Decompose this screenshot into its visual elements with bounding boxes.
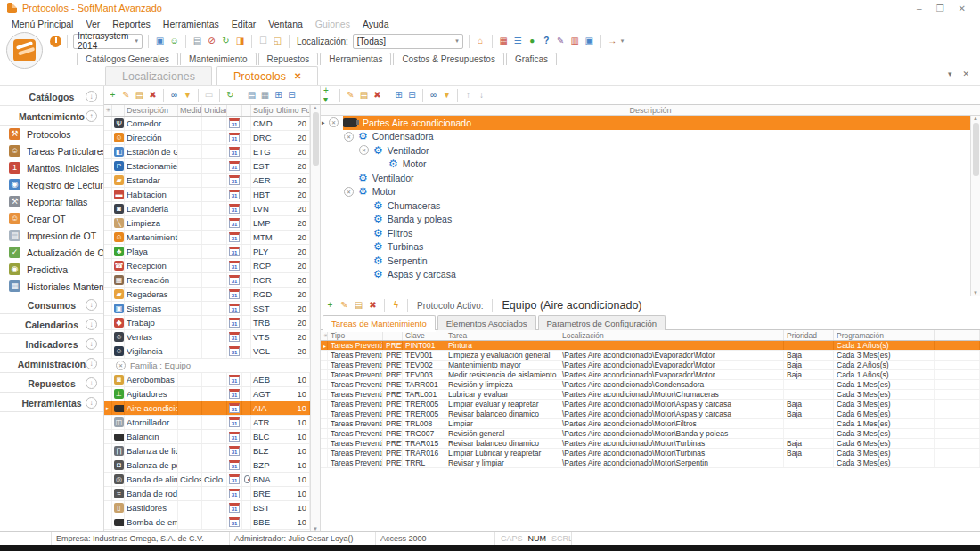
exit-icon[interactable]: → [607,36,618,47]
collapse-group-icon[interactable]: ✕ [116,361,126,370]
world-icon[interactable]: ● [527,36,538,47]
catalog-row[interactable]: ♣Playa31PLY20 [104,245,310,259]
data-icon[interactable]: ▤ [353,300,364,312]
window-icon[interactable]: ▣ [584,36,595,47]
catalog-column-header-ultimo-folio[interactable]: Ultimo Folio [274,105,310,116]
power-icon[interactable] [50,36,61,47]
catalog-row[interactable]: ▰Estandar31AER20 [104,174,310,188]
sidebar-item-protocolos[interactable]: ⚒Protocolos [0,126,103,142]
sidebar-section-repuestos[interactable]: Repuestos↓ [0,375,103,393]
catalog-row[interactable]: Balancin31BLC10 [104,430,310,444]
users-icon[interactable]: ☺ [168,36,180,47]
tree-expander-icon[interactable]: ✕ [359,145,369,155]
catalog-column-header-sufijo[interactable]: Sufijo [251,105,274,116]
catalog-row[interactable]: ☺Mantenimiento31MTM20 [104,231,310,245]
module-icon[interactable]: ◨ [234,36,246,47]
menu-item-ventana[interactable]: Ventana [262,17,309,31]
catalog-row[interactable]: ▣Sistemas31SST20 [104,302,310,316]
collapse-section-icon[interactable]: ↑ [86,110,97,122]
preview-icon[interactable]: ▤ [246,90,257,101]
expand-section-icon[interactable]: ↓ [86,338,97,350]
add-icon[interactable]: + [107,90,118,101]
module-tab-herramientas[interactable]: Herramientas [320,53,391,65]
tree-node-serpentin[interactable]: ⚙Serpentin [321,254,970,268]
task-row[interactable]: Tareas PreventivasPREVETRER005Limpiar ev… [321,400,980,409]
minimize-button[interactable]: – [917,4,922,13]
sidebar-item-impresion-de-ot[interactable]: ▤Impresion de OT [0,227,103,244]
catalog-row[interactable]: ΨComedor31CMD20 [104,117,310,131]
catalog-row[interactable]: ☺Dirección31DRC20 [104,131,310,145]
sidebar-item-actualizaci-n-de-ot[interactable]: ✓Actualización de OT [0,244,103,261]
edit-icon[interactable]: ✎ [339,300,350,312]
catalog-row[interactable]: ∏Balanza de liquidos31BLZ10 [104,444,310,458]
sidebar-section-catálogos[interactable]: Catálogos↓ [0,88,103,106]
expand-section-icon[interactable]: ↓ [86,319,97,330]
menu-item-ver[interactable]: Ver [79,17,106,31]
screen-icon[interactable]: ▣ [154,36,166,47]
sidebar-item-manttos-iniciales[interactable]: 1Manttos. Iniciales [0,159,103,176]
close-button[interactable]: ✕ [959,4,966,13]
catalog-column-header[interactable] [112,105,125,116]
catalog-row[interactable]: ◎Banda de alimenta...CiclosCiclo31BNA10 [104,473,310,487]
tasks-column-header[interactable] [902,330,935,340]
tree-node-partes-aire-acondicionado[interactable]: ▸✕Partes Aire acondicionado [321,116,970,130]
catalog-column-header-descripción[interactable]: Descripción [125,105,178,116]
tab-close-icon[interactable]: ✕ [294,71,301,81]
edit-icon[interactable]: ✎ [120,90,132,101]
data-icon[interactable]: ▤ [134,90,145,101]
tab-close-icon[interactable]: ✕ [962,69,969,78]
catalog-row[interactable]: ⊥Agitadores31AGT10 [104,387,310,401]
catalog-row[interactable]: Bomba de emerge...31BBE10 [104,515,310,530]
task-row[interactable]: Tareas PreventivasPREVETRRLRevisar y lim… [321,458,980,468]
detail-tab-elementos-asociados[interactable]: Elementos Asociados [437,315,536,330]
tree-node-filtros[interactable]: ⚙Filtros [321,226,970,240]
delete-icon[interactable]: ✖ [372,90,383,101]
module-tab-costos-presupuestos[interactable]: Costos & Presupuestos [393,53,504,65]
menu-item-guiones[interactable]: Guiones [309,17,356,31]
tasks-column-header[interactable]: ✳ [321,330,328,340]
catalog-row[interactable]: ☺Vigilancia31VGL20 [104,344,310,359]
catalog-row[interactable]: ◙Aerobombas31AEB10 [104,373,310,387]
tree-expander-icon[interactable]: ✕ [344,132,354,142]
expand-section-icon[interactable]: ↓ [86,299,97,311]
tree-scrollbar[interactable]: ▲▼ [970,116,980,296]
add-icon[interactable]: + [324,300,336,312]
catalog-column-header[interactable] [242,105,251,116]
catalog-column-header-medidor[interactable]: Medidor [178,105,202,116]
tasks-column-header[interactable] [383,330,403,340]
tree-node-motor[interactable]: ⚙Motor [321,158,970,172]
sidebar-section-mantenimiento[interactable]: Mantenimiento↑ [0,108,103,126]
catalog-row[interactable]: ◘Balanza de polvo31BZP10 [104,458,310,473]
tasks-column-header-tipo[interactable]: Tipo [328,330,383,340]
lightning-icon[interactable]: ϟ [390,300,402,312]
document-tab-protocolos[interactable]: Protocolos✕ [216,66,318,85]
globe-icon[interactable]: ↻ [220,36,232,47]
catalog-row[interactable]: ▰Regaderas31RGD20 [104,288,310,302]
task-row[interactable]: ▸Tareas PreventivasPREVEPINT001PinturaCa… [321,341,980,351]
task-row[interactable]: Tareas PreventivasPREVETRL008Limpiar\Par… [321,419,980,429]
menu-item-menú-principal[interactable]: Menú Principal [5,17,79,31]
menu-item-editar[interactable]: Editar [225,17,262,31]
menu-item-ayuda[interactable]: Ayuda [356,17,396,31]
filter-icon[interactable]: ▼ [441,90,453,101]
tree-node-motor[interactable]: ✕⚙Motor [321,185,970,199]
sidebar-item-reportar-fallas[interactable]: ⚒Reportar fallas [0,193,103,210]
user-edit-icon[interactable]: ✎ [555,36,567,47]
tree-expander-icon[interactable]: ✕ [344,187,354,197]
catalog-row[interactable]: ◙Lavanderia31LVN20 [104,202,310,216]
sidebar-item-registro-de-lecturas[interactable]: ◉Registro de Lecturas [0,176,103,193]
expand-all-icon[interactable]: ⊞ [273,90,284,101]
data-icon[interactable]: ▤ [358,90,370,101]
task-row[interactable]: Tareas PreventivasPREVETARL001Lubricar y… [321,390,980,400]
document-tab-localizaciones[interactable]: Localizaciones [105,66,212,85]
catalog-row[interactable]: ◆Trabajo31TRB20 [104,316,310,330]
checkbox-icon[interactable]: ☐ [257,36,269,47]
block-icon[interactable]: ⊘ [206,36,217,47]
catalog-group-familia-equipo[interactable]: ✕Familia : Equipo [104,359,310,373]
catalog-row[interactable]: ▬Habitacion31HBT20 [104,188,310,202]
sidebar-section-indicadores[interactable]: Indicadores↓ [0,336,103,353]
menu-item-herramientas[interactable]: Herramientas [157,17,225,31]
sidebar-section-administración[interactable]: Administración↓ [0,355,103,373]
expand-section-icon[interactable]: ↓ [86,358,97,369]
sidebar-item-crear-ot[interactable]: ☺Crear OT [0,210,103,227]
